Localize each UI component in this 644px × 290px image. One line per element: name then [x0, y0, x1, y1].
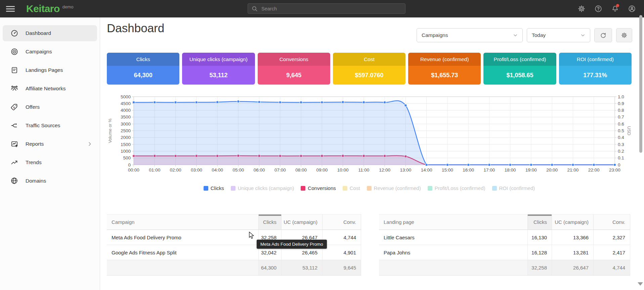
- stat-card-revenue-confirmed[interactable]: Revenue (confirmed)$1,655.73: [408, 53, 481, 85]
- sidebar-item-offers[interactable]: SOffers: [3, 99, 97, 115]
- svg-text:07:00: 07:00: [274, 167, 286, 173]
- stat-cards: Clicks64,300Unique clicks (campaign)53,1…: [107, 53, 632, 85]
- svg-text:16:00: 16:00: [463, 167, 474, 173]
- notifications-bell-icon[interactable]: [611, 5, 619, 13]
- svg-text:03:00: 03:00: [191, 167, 202, 173]
- legend-item-profit-loss-confirmed[interactable]: Profit/Loss (confirmed): [428, 185, 485, 191]
- row-name-cell[interactable]: Google Ads Fitness App Split: [107, 245, 259, 260]
- totals-cell: 4,744: [594, 260, 630, 276]
- legend-label: Clicks: [211, 185, 224, 191]
- dashboard-settings-button[interactable]: [616, 28, 632, 42]
- settings-icon[interactable]: [577, 5, 586, 13]
- sidebar-item-domains[interactable]: Domains: [3, 173, 97, 189]
- legend-swatch: [367, 186, 372, 191]
- row-name-cell[interactable]: Meta Ads Food Delivery Promo: [107, 230, 259, 245]
- sidebar-item-label: Dashboard: [26, 30, 51, 36]
- column-header-uc-campaign[interactable]: UC (campaign): [552, 214, 594, 230]
- svg-text:USD: USD: [627, 126, 632, 135]
- date-range-select[interactable]: Today: [527, 28, 590, 42]
- sidebar-item-traffic-sources[interactable]: Traffic Sources: [3, 117, 97, 134]
- svg-text:00:00: 00:00: [128, 167, 139, 173]
- stat-card-profit-loss-confirmed[interactable]: Profit/Loss (confirmed)$1,058.65: [483, 53, 556, 85]
- svg-text:0: 0: [128, 162, 131, 167]
- legend-item-unique-clicks-campaign[interactable]: Unique clicks (campaign): [231, 185, 294, 191]
- column-header-conv[interactable]: Conv.: [594, 214, 630, 230]
- column-header-landing-page[interactable]: Landing page: [379, 214, 528, 230]
- user-avatar-icon[interactable]: [628, 5, 636, 13]
- svg-text:Volume or %: Volume or %: [108, 118, 113, 143]
- stat-card-label: Cost: [333, 53, 405, 66]
- navbar-actions: [577, 5, 636, 13]
- chart-legend: ClicksUnique clicks (campaign)Conversion…: [107, 185, 632, 191]
- sidebar-item-label: Offers: [26, 104, 40, 110]
- stat-card-label: Revenue (confirmed): [408, 53, 481, 66]
- legend-swatch: [492, 186, 497, 191]
- table-row[interactable]: Little Caesars16,13013,3662,327: [379, 230, 630, 245]
- legend-item-cost[interactable]: Cost: [343, 185, 360, 191]
- search-icon: [251, 5, 258, 12]
- legend-label: Profit/Loss (confirmed): [435, 185, 485, 191]
- column-header-clicks[interactable]: Clicks: [259, 214, 282, 230]
- stat-card-roi-confirmed[interactable]: ROI (confirmed)177.31%: [559, 53, 632, 85]
- row-name-cell[interactable]: Little Caesars: [379, 230, 528, 245]
- sidebar-item-landings-pages[interactable]: Landings Pages: [3, 62, 97, 78]
- table-row[interactable]: Papa Johns16,12813,2812,417: [379, 245, 630, 260]
- search-input[interactable]: [261, 6, 402, 11]
- svg-text:1.0: 1.0: [618, 94, 624, 99]
- stat-card-conversions[interactable]: Conversions9,645: [258, 53, 330, 85]
- sidebar-item-label: Affiliate Networks: [26, 86, 66, 92]
- landing-pages-table: Landing pageClicksUC (campaign)Conv.Litt…: [379, 214, 630, 276]
- stat-card-value: 64,300: [107, 66, 179, 85]
- column-header-campaign[interactable]: Campaign: [107, 214, 259, 230]
- page-title: Dashboard: [107, 21, 164, 35]
- column-header-uc-campaign[interactable]: UC (campaign): [282, 214, 323, 230]
- legend-item-clicks[interactable]: Clicks: [204, 185, 224, 191]
- menu-toggle-icon[interactable]: [6, 5, 15, 13]
- traffic-chart-svg: 00:0001:0002:0003:0004:0005:0006:0007:00…: [107, 94, 632, 177]
- sidebar-item-dashboard[interactable]: Dashboard: [3, 25, 97, 41]
- svg-text:17:00: 17:00: [484, 167, 495, 173]
- affiliate-icon: [10, 85, 18, 93]
- legend-item-roi-confirmed[interactable]: ROI (confirmed): [492, 185, 535, 191]
- stat-card-label: ROI (confirmed): [559, 53, 632, 66]
- row-value-cell: 2,417: [594, 245, 630, 260]
- stat-card-value: $597.0760: [333, 66, 405, 85]
- stat-card-unique-clicks-campaign[interactable]: Unique clicks (campaign)53,112: [182, 53, 255, 85]
- svg-text:04:00: 04:00: [212, 167, 223, 173]
- legend-item-revenue-confirmed[interactable]: Revenue (confirmed): [367, 185, 421, 191]
- refresh-button[interactable]: [594, 28, 612, 42]
- svg-text:22:00: 22:00: [588, 167, 600, 173]
- column-header-clicks[interactable]: Clicks: [528, 214, 552, 230]
- svg-text:0.5: 0.5: [618, 128, 624, 133]
- svg-text:18:00: 18:00: [505, 167, 516, 173]
- sidebar-item-reports[interactable]: Reports: [3, 136, 97, 152]
- legend-item-conversions[interactable]: Conversions: [301, 185, 336, 191]
- brand-logo[interactable]: Keitaro: [26, 3, 60, 14]
- sidebar-item-trends[interactable]: Trends: [3, 154, 97, 171]
- help-icon[interactable]: [594, 5, 602, 13]
- sidebar-item-label: Domains: [26, 178, 46, 184]
- dashboard-icon: [10, 29, 18, 37]
- sidebar-item-affiliate-networks[interactable]: Affiliate Networks: [3, 81, 97, 97]
- row-name-cell[interactable]: Papa Johns: [379, 245, 528, 260]
- scrollbar-thumb[interactable]: [639, 15, 642, 153]
- totals-cell: 9,645: [323, 260, 361, 276]
- svg-text:0.3: 0.3: [618, 142, 624, 147]
- svg-text:13:00: 13:00: [400, 167, 411, 173]
- sidebar-item-label: Campaigns: [26, 49, 52, 55]
- sidebar-item-campaigns[interactable]: Campaigns: [3, 44, 97, 60]
- sidebar-item-label: Traffic Sources: [26, 123, 60, 129]
- legend-label: Cost: [350, 185, 360, 191]
- row-value-cell: 2,327: [594, 230, 630, 245]
- svg-text:1500: 1500: [121, 142, 131, 147]
- column-header-conv[interactable]: Conv.: [323, 214, 361, 230]
- stat-card-cost[interactable]: Cost$597.0760: [333, 53, 405, 85]
- stat-card-clicks[interactable]: Clicks64,300: [107, 53, 179, 85]
- scope-select[interactable]: Campaigns: [417, 28, 523, 42]
- legend-swatch: [428, 186, 432, 191]
- stat-card-value: $1,058.65: [483, 66, 556, 85]
- dashboard-controls: Campaigns Today: [417, 28, 632, 42]
- scrollbar-down-arrow[interactable]: [638, 282, 643, 286]
- global-search[interactable]: [248, 3, 405, 14]
- legend-label: ROI (confirmed): [499, 185, 535, 191]
